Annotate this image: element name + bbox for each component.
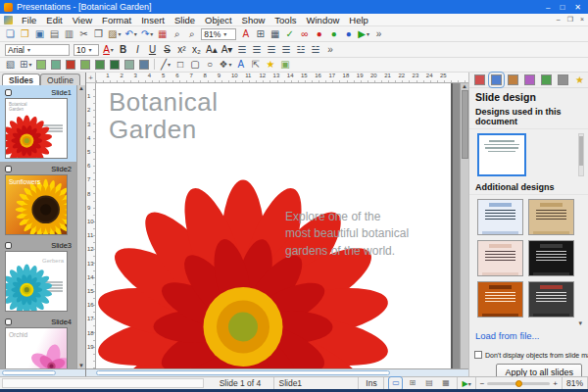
menu-show[interactable]: Show [237, 14, 270, 26]
print-icon[interactable]: ▤ [48, 27, 61, 40]
scroll-up-icon[interactable]: ▲ [78, 85, 84, 91]
design-used-current[interactable] [477, 133, 526, 176]
design-photo-icon[interactable] [557, 74, 569, 86]
zoom-slider[interactable] [487, 382, 550, 385]
design-thumb-blue[interactable] [477, 199, 523, 235]
slide-thumbnail-slide2[interactable]: Slide2Sunflowers [0, 162, 76, 238]
align-right-icon[interactable]: ☰ [265, 43, 277, 56]
canvas-vscrollbar[interactable]: ▲ [460, 83, 468, 368]
tab-outline[interactable]: Outline [40, 74, 80, 85]
zoom-out-icon[interactable]: − [480, 379, 485, 388]
presentation-start-control[interactable]: ▶ ▾ [458, 377, 475, 389]
layout-green-5-icon[interactable] [122, 59, 135, 72]
table-icon[interactable]: ⊞ [254, 27, 267, 40]
close-icon[interactable]: ✕ [574, 3, 581, 12]
paste-icon[interactable]: ▨▾ [107, 27, 122, 40]
character-format-icon[interactable]: A [239, 27, 252, 40]
align-left-icon[interactable]: ☰ [235, 43, 248, 56]
underline-icon[interactable]: U [146, 43, 159, 56]
hscroll-thumb[interactable] [2, 370, 56, 375]
load-from-file-link[interactable]: Load from file... [469, 327, 588, 344]
numbering-icon[interactable]: ☱ [309, 43, 321, 56]
slide-thumb-image[interactable]: BotanicalGarden [5, 98, 68, 159]
menu-slide[interactable]: Slide [170, 14, 200, 26]
zoom-in-icon[interactable]: ⌕ [171, 27, 183, 40]
slide-thumbnail-slide4[interactable]: Slide4Orchid [0, 315, 76, 368]
slide-thumb-image[interactable]: Sunflowers [5, 174, 68, 235]
layout-green-3-icon[interactable] [78, 59, 91, 72]
sorter-view-icon[interactable]: ⊞ [406, 377, 418, 390]
undo-icon[interactable]: ↶▾ [123, 27, 137, 40]
doc-restore-icon[interactable]: ❐ [567, 16, 573, 24]
zoom-slider-thumb[interactable] [515, 380, 522, 387]
design-scheme-purple-icon[interactable] [523, 74, 536, 86]
record-icon[interactable]: ● [313, 27, 325, 40]
font-size-combo[interactable]: 10 ▾ [74, 44, 99, 56]
grow-font-icon[interactable]: A▴ [205, 43, 219, 56]
design-thumb-orange[interactable] [477, 281, 523, 318]
design-thumb-papyrus[interactable] [528, 199, 574, 235]
scroll-thumb[interactable] [579, 136, 583, 166]
text-frame-icon[interactable]: A [234, 59, 247, 72]
align-center-icon[interactable]: ☰ [250, 43, 263, 56]
layout-green-4-icon[interactable] [93, 59, 106, 72]
star-shape-icon[interactable]: ★ [264, 59, 276, 72]
line-tool-icon[interactable]: ╱▾ [159, 59, 172, 72]
slides-panel-hscrollbar[interactable] [0, 368, 85, 376]
design-thumb-charcoal[interactable] [528, 281, 574, 318]
layout-dark-icon[interactable] [108, 59, 121, 72]
insert-image-icon[interactable]: ▣ [278, 59, 291, 72]
notes-view-icon[interactable]: ▤ [422, 377, 435, 390]
doc-minimize-icon[interactable]: – [557, 16, 561, 24]
menu-edit[interactable]: Edit [41, 14, 67, 26]
insert-mode-indicator[interactable]: Ins [359, 377, 384, 389]
slide-thumbnail-slide1[interactable]: Slide1BotanicalGarden [0, 85, 76, 162]
slides-panel-scrollbar[interactable]: ▲ ▼ [76, 85, 85, 368]
sidebar-scrollbar[interactable] [578, 133, 584, 176]
design-favorites-icon[interactable]: ★ [573, 74, 586, 86]
tab-slides[interactable]: Slides [2, 74, 40, 85]
menu-view[interactable]: View [68, 14, 97, 26]
superscript-icon[interactable]: x² [175, 43, 188, 56]
slide-thumbnail-slide3[interactable]: Slide3Gerbera [0, 238, 76, 315]
cut-icon[interactable]: ✂ [77, 27, 90, 40]
vscroll-thumb[interactable] [462, 90, 468, 159]
start-presentation-icon[interactable]: ▶▾ [357, 27, 370, 40]
bold-icon[interactable]: B [117, 43, 129, 56]
zoom-out-icon[interactable]: ⌕ [185, 27, 198, 40]
normal-view-icon[interactable]: ▭ [389, 377, 402, 390]
menu-tools[interactable]: Tools [270, 14, 301, 26]
font-name-combo[interactable]: Arial ▾ [5, 44, 70, 56]
select-objects-icon[interactable]: ⇱ [249, 59, 262, 72]
design-thumb-black[interactable] [528, 240, 574, 276]
menu-format[interactable]: Format [97, 14, 136, 26]
bullets-icon[interactable]: ☳ [294, 43, 307, 56]
print-preview-icon[interactable]: ▥ [63, 27, 75, 40]
redo-icon[interactable]: ↷▾ [140, 27, 154, 40]
layout-icon[interactable]: ▦ [269, 27, 281, 40]
layout-blue-icon[interactable] [137, 59, 150, 72]
designs-scroll-down-icon[interactable]: ▾ [469, 319, 588, 327]
handout-view-icon[interactable]: ▦ [439, 377, 452, 390]
new-slide-icon[interactable]: ▧ [4, 59, 17, 72]
thesaurus-icon[interactable]: ∞ [298, 27, 311, 40]
save-icon[interactable]: ▣ [33, 27, 46, 40]
toolbar-overflow-icon[interactable]: » [323, 43, 336, 56]
menu-object[interactable]: Object [200, 14, 236, 26]
zoom-level-indicator[interactable]: 81% [563, 377, 588, 389]
doc-close-icon[interactable]: × [580, 16, 584, 24]
shrink-font-icon[interactable]: A▾ [220, 43, 234, 56]
insert-table-icon[interactable]: ⊞▾ [19, 59, 32, 72]
new-document-icon[interactable]: ❏ [4, 27, 17, 40]
menu-file[interactable]: File [17, 14, 41, 26]
design-scheme-red-icon[interactable] [473, 74, 486, 86]
maximize-icon[interactable]: □ [560, 3, 564, 12]
open-icon[interactable]: ❒ [19, 27, 31, 40]
zoom-in-icon[interactable]: + [553, 379, 558, 388]
autoshapes-icon[interactable]: ❖▾ [218, 59, 232, 72]
slide-name-indicator[interactable]: Slide1 [274, 377, 359, 389]
slide-body-textframe[interactable]: Explore one of themost beautiful botanic… [285, 209, 442, 260]
design-thumb-rose[interactable] [477, 240, 523, 276]
rounded-rectangle-tool-icon[interactable]: ▢ [188, 59, 201, 72]
ellipse-tool-icon[interactable]: ○ [203, 59, 216, 72]
